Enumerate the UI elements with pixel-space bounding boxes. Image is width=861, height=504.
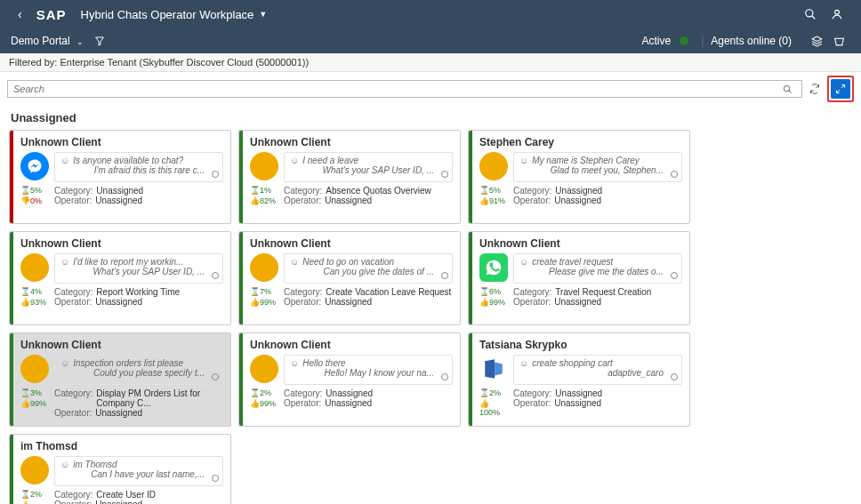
status-circle-icon [671,171,678,178]
chat-card[interactable]: Unknown Client ☺I need a leave What's yo… [238,130,461,224]
message-preview: ☺I need a leave What's your SAP User ID,… [284,152,453,182]
svg-line-7 [789,90,792,92]
user-icon: ☺ [60,358,69,368]
chat-card[interactable]: Tatsiana Skrypko ☺create shopping cart a… [468,332,690,427]
message-line1: im Thomsd [73,460,117,469]
chat-card[interactable]: Unknown Client ☺Need to go on vacation C… [238,231,461,325]
status-circle-icon [671,373,678,380]
message-line1: Inspection orders list please [73,358,183,368]
chat-card[interactable]: im Thomsd ☺im Thomsd Can I have your las… [9,434,231,504]
category-label: Category: [54,287,93,297]
card-body: Stephen Carey ☺My name is Stephen Carey … [472,131,689,223]
card-stats: ⌛3% 👍99% [20,388,49,418]
user-icon: ☺ [519,358,528,368]
search-input[interactable] [13,84,779,94]
refresh-icon[interactable] [806,84,824,94]
svg-point-0 [806,10,813,17]
card-title: Unknown Client [20,136,223,148]
search-input-container[interactable] [7,80,802,98]
card-meta: Category: Absence Quotas Overview Operat… [284,186,453,205]
card-body: Tatsiana Skrypko ☺create shopping cart a… [472,333,689,426]
message-line2: What's your SAP User ID, ... [290,165,447,175]
message-preview: ☺My name is Stephen Carey Glad to meet y… [513,152,682,182]
operator-label: Operator: [284,297,321,307]
card-body: im Thomsd ☺im Thomsd Can I have your las… [13,435,230,504]
page-title-dropdown[interactable]: Hybrid Chats Operator Workplace ▼ [81,8,268,21]
svg-point-6 [784,85,789,91]
card-stats: ⌛7% 👍99% [250,287,278,307]
stat-rating: 👍99% [250,399,276,408]
user-icon: ☺ [290,156,299,165]
channel-avatar [479,152,508,182]
category-value: Report Working Time [96,287,180,297]
chat-card[interactable]: Unknown Client ☺Is anyone available to c… [9,130,231,224]
card-title: Unknown Client [250,136,453,148]
filter-bar: Filtered by: Enterprise Tenant (Skybuffe… [0,53,861,72]
message-line2: adaptive_caro [519,368,676,378]
chat-card[interactable]: Unknown Client ☺create travel request Pl… [468,231,690,325]
expand-button[interactable] [831,79,850,99]
search-icon[interactable] [804,8,817,20]
portal-selector[interactable]: Demo Portal ⌄ [11,35,84,47]
chat-card[interactable]: Unknown Client ☺I'd like to report my wo… [9,231,231,325]
stat-time: ⌛7% [250,287,271,296]
message-line2: Glad to meet you, Stephen... [519,165,676,175]
header-top: ‹ SAP Hybrid Chats Operator Workplace ▼ [0,0,861,28]
search-icon[interactable] [779,84,796,94]
layers-icon[interactable] [811,36,823,47]
category-label: Category: [284,186,322,196]
chat-card[interactable]: Stephen Carey ☺My name is Stephen Carey … [468,130,690,224]
back-button[interactable]: ‹ [11,7,29,21]
category-label: Category: [513,388,551,398]
page-title-text: Hybrid Chats Operator Workplace [81,8,254,21]
card-stats: ⌛4% 👍93% [20,287,49,307]
chevron-down-icon: ▼ [259,10,267,19]
card-body: Unknown Client ☺Hello there Hello! May I… [243,333,460,426]
category-value: Unassigned [555,186,602,196]
category-value: Unassigned [326,388,373,398]
card-body: Unknown Client ☺Is anyone available to c… [13,131,230,223]
separator: | [701,35,704,47]
svg-line-9 [837,90,841,93]
message-line2: Can I have your last name,... [60,469,217,479]
stat-rating: 👍91% [479,196,505,205]
chat-card[interactable]: Unknown Client ☺Inspection orders list p… [9,332,231,427]
status-circle-icon [212,272,219,279]
message-line2: Could you please specify t... [60,368,217,378]
card-meta: Category: Unassigned Operator: Unassigne… [284,388,453,408]
card-title: Unknown Client [250,237,453,250]
stat-time: ⌛2% [20,490,42,499]
user-icon[interactable] [831,8,843,20]
card-title: Tatsiana Skrypko [479,339,682,351]
stat-time: ⌛3% [20,388,42,397]
card-body: Unknown Client ☺I need a leave What's yo… [243,131,460,223]
message-preview: ☺I'd like to report my workin... What's … [54,253,223,284]
category-label: Category: [54,186,93,196]
operator-value: Unassigned [95,408,142,418]
card-title: Unknown Client [479,237,682,250]
stat-rating: 👍99% [479,298,505,307]
operator-label: Operator: [513,297,551,307]
status-circle-icon [212,373,219,380]
category-value: Absence Quotas Overview [326,186,430,196]
clear-icon[interactable] [833,36,845,47]
card-meta: Category: Create Vacation Leave Request … [284,287,453,307]
user-icon: ☺ [519,257,528,267]
operator-label: Operator: [54,196,92,205]
operator-value: Unassigned [325,297,372,307]
channel-avatar [20,152,49,182]
card-title: im Thomsd [20,440,223,452]
card-meta: Category: Report Working Time Operator: … [54,287,223,307]
message-line2: What's your SAP User ID, ... [60,267,217,276]
user-icon: ☺ [519,156,528,165]
stat-rating: 👍100% [20,500,49,504]
card-body: Unknown Client ☺create travel request Pl… [472,232,689,324]
header-sub: Demo Portal ⌄ Active | Agents online (0) [0,28,861,53]
filter-icon[interactable] [94,36,105,46]
stat-time: ⌛5% [20,186,42,195]
message-line1: Is anyone available to chat? [73,156,183,165]
svg-marker-4 [812,36,822,41]
message-preview: ☺im Thomsd Can I have your last name,... [54,456,223,486]
stat-time: ⌛5% [479,186,501,195]
chat-card[interactable]: Unknown Client ☺Hello there Hello! May I… [238,332,461,427]
